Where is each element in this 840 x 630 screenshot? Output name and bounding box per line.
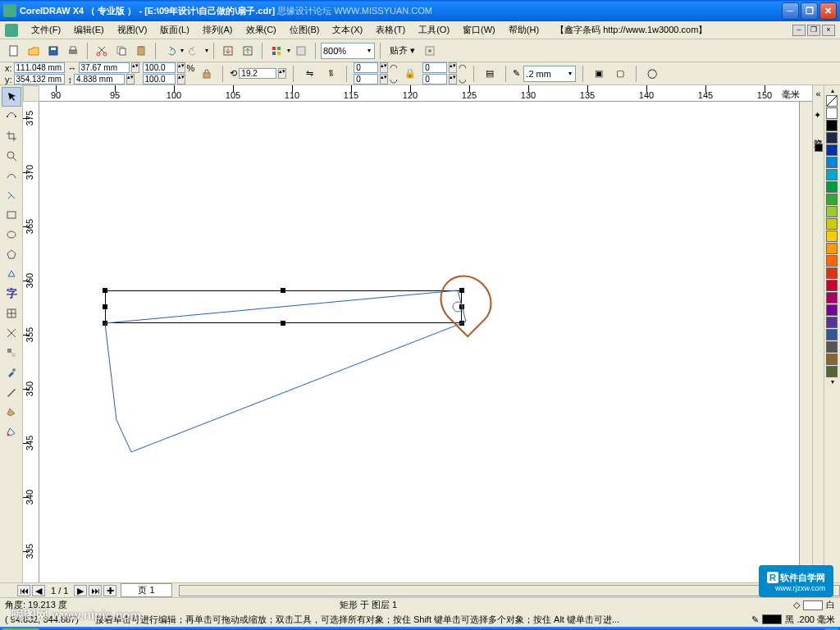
docker-expand-icon[interactable]: « — [815, 89, 820, 98]
mirror-v-icon[interactable]: ⥮ — [322, 65, 340, 83]
width-input[interactable] — [79, 62, 130, 73]
redo-icon[interactable] — [185, 42, 203, 60]
copy-icon[interactable] — [112, 42, 130, 60]
vertical-scrollbar[interactable] — [799, 102, 812, 582]
smart-draw-tool[interactable] — [2, 185, 21, 205]
table-tool[interactable] — [2, 304, 21, 323]
color-swatch[interactable] — [826, 329, 838, 340]
menu-text[interactable]: 文本(X) — [326, 22, 369, 38]
color-swatch[interactable] — [826, 144, 838, 156]
drawing-canvas[interactable] — [39, 102, 799, 582]
outline-width-select[interactable]: ▾ — [523, 66, 576, 82]
color-swatch[interactable] — [826, 354, 838, 365]
interactive-tool[interactable] — [2, 343, 21, 363]
new-icon[interactable] — [5, 42, 23, 60]
mdi-restore[interactable]: ❐ — [807, 25, 820, 36]
color-swatch[interactable] — [826, 157, 838, 168]
menu-view[interactable]: 视图(V) — [111, 22, 154, 38]
paste-icon[interactable] — [132, 42, 150, 60]
outline-indicator-icon[interactable]: ✎ — [751, 614, 759, 625]
next-page-button[interactable]: ▶ — [74, 585, 87, 596]
color-swatch[interactable] — [826, 181, 838, 193]
corner-d-input[interactable] — [422, 74, 447, 84]
menu-layout[interactable]: 版面(L) — [153, 22, 195, 38]
corner-c-input[interactable] — [422, 62, 447, 73]
mirror-h-icon[interactable]: ⇋ — [300, 65, 318, 83]
menu-table[interactable]: 表格(T) — [369, 22, 412, 38]
scale-x-input[interactable] — [143, 62, 176, 73]
first-page-button[interactable]: ⏮ — [17, 585, 30, 596]
fill-tool[interactable] — [2, 402, 21, 422]
import-icon[interactable] — [219, 42, 237, 60]
text-tool[interactable]: 字 — [2, 284, 21, 304]
corner-a-input[interactable] — [354, 62, 378, 73]
app-launcher-icon[interactable] — [267, 42, 285, 60]
color-swatch[interactable] — [826, 243, 838, 254]
export-icon[interactable] — [239, 42, 257, 60]
color-swatch[interactable] — [826, 255, 838, 267]
save-icon[interactable] — [44, 42, 62, 60]
pick-tool[interactable] — [2, 87, 21, 107]
zoom-tool[interactable] — [2, 146, 21, 166]
docker-swatch[interactable] — [815, 144, 823, 152]
menu-effects[interactable]: 效果(C) — [240, 22, 283, 38]
options-icon[interactable] — [421, 42, 439, 60]
color-swatch[interactable] — [826, 317, 838, 328]
ellipse-tool[interactable] — [2, 225, 21, 244]
vertical-ruler[interactable]: 375370365360355350345340335 — [23, 102, 39, 582]
lock-ratio-icon[interactable] — [198, 65, 216, 83]
page-tab[interactable]: 页 1 — [121, 583, 171, 597]
horizontal-scrollbar[interactable] — [179, 585, 840, 596]
cut-icon[interactable] — [93, 42, 111, 60]
prev-page-button[interactable]: ◀ — [32, 585, 45, 596]
eyedropper-tool[interactable] — [2, 363, 21, 382]
horizontal-ruler[interactable]: 9095100105110115120125130135140145150毫米 — [39, 85, 812, 102]
palette-up-icon[interactable]: ▴ — [826, 87, 838, 94]
zoom-level-select[interactable]: ▾ — [321, 43, 375, 59]
scale-y-input[interactable] — [143, 74, 176, 84]
color-swatch[interactable] — [826, 206, 838, 217]
color-swatch[interactable] — [826, 169, 838, 180]
minimize-button[interactable]: ─ — [782, 2, 799, 20]
last-page-button[interactable]: ⏭ — [89, 585, 102, 596]
menu-external-link[interactable]: 【鑫字条码 http://www.1w3000.com】 — [555, 24, 707, 36]
crop-tool[interactable] — [2, 126, 21, 146]
undo-icon[interactable] — [161, 42, 179, 60]
height-input[interactable] — [74, 74, 125, 84]
palette-down-icon[interactable]: ▾ — [826, 378, 838, 386]
pos-y-input[interactable] — [14, 74, 65, 84]
pos-x-input[interactable] — [14, 62, 65, 73]
polygon-tool[interactable] — [2, 244, 21, 264]
welcome-icon[interactable] — [292, 42, 310, 60]
menu-window[interactable]: 窗口(W) — [456, 22, 502, 38]
color-swatch[interactable] — [826, 132, 838, 144]
menu-arrange[interactable]: 排列(A) — [196, 22, 240, 38]
fill-indicator-icon[interactable]: ◇ — [793, 600, 800, 610]
color-swatch[interactable] — [826, 280, 838, 291]
open-icon[interactable] — [25, 42, 43, 60]
mdi-close[interactable]: × — [822, 25, 835, 36]
dimension-tool[interactable] — [2, 323, 21, 343]
color-swatch[interactable] — [826, 366, 838, 377]
menu-file[interactable]: 文件(F) — [25, 22, 67, 38]
print-icon[interactable] — [64, 42, 82, 60]
mdi-minimize[interactable]: – — [792, 25, 806, 36]
color-swatch[interactable] — [826, 292, 838, 304]
to-front-icon[interactable]: ▣ — [590, 65, 608, 83]
basic-shapes-tool[interactable] — [2, 264, 21, 284]
color-swatch[interactable] — [826, 194, 838, 205]
menu-tools[interactable]: 工具(O) — [412, 22, 456, 38]
menu-edit[interactable]: 编辑(E) — [67, 22, 111, 38]
add-page-button[interactable]: ✚ — [103, 585, 116, 596]
color-swatch[interactable] — [826, 341, 838, 353]
corner-b-input[interactable] — [354, 74, 378, 84]
color-swatch[interactable] — [826, 218, 838, 230]
outline-tool[interactable] — [2, 382, 21, 402]
snap-menu[interactable]: 贴齐 ▾ — [386, 42, 419, 60]
lock-corners-icon[interactable]: 🔒 — [401, 65, 419, 83]
fill-swatch[interactable] — [803, 600, 823, 610]
angle-input[interactable] — [239, 68, 276, 79]
color-swatch[interactable] — [826, 267, 838, 279]
color-swatch[interactable] — [826, 107, 838, 119]
color-swatch[interactable] — [826, 304, 838, 316]
